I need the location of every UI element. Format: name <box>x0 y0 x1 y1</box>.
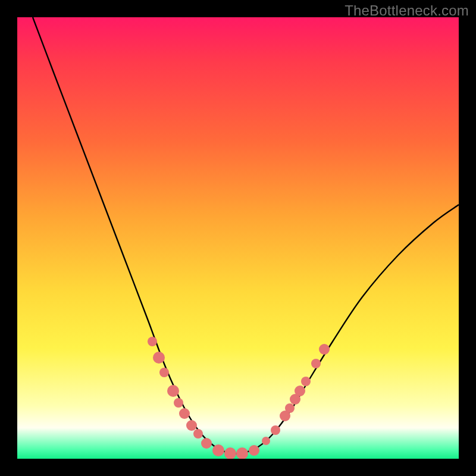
bottleneck-curve <box>33 17 459 453</box>
data-marker <box>271 425 280 435</box>
chart-frame: TheBottleneck.com <box>0 0 476 476</box>
data-marker <box>167 385 179 397</box>
watermark-text: TheBottleneck.com <box>345 2 469 19</box>
data-marker <box>148 337 157 346</box>
data-marker <box>236 447 248 459</box>
data-marker <box>186 420 197 431</box>
data-marker <box>224 447 236 459</box>
data-marker <box>212 444 224 456</box>
data-marker <box>285 403 295 413</box>
data-marker <box>153 352 165 364</box>
data-marker <box>201 438 212 449</box>
data-markers <box>148 337 330 459</box>
data-marker <box>262 437 270 445</box>
data-marker <box>301 377 311 386</box>
data-marker <box>179 408 190 419</box>
data-marker <box>249 445 259 456</box>
data-marker <box>193 429 203 439</box>
plot-area <box>17 17 459 459</box>
curve-svg <box>17 17 459 459</box>
data-marker <box>159 368 169 377</box>
data-marker <box>319 344 330 355</box>
data-marker <box>311 359 321 368</box>
data-marker <box>295 386 305 396</box>
data-marker <box>174 398 183 408</box>
